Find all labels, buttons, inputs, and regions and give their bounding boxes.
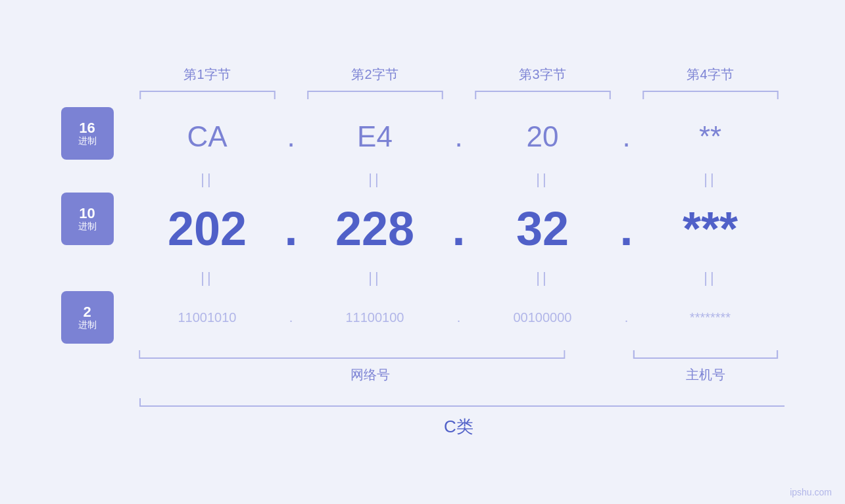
dec-dot-3: . bbox=[617, 202, 637, 256]
bin-val-2: 11100100 bbox=[301, 310, 449, 325]
eq2-4: || bbox=[637, 269, 785, 286]
hex-row: CA . E4 . 20 . ** bbox=[133, 107, 785, 166]
bottom-labels-row: 网络号 主机号 bbox=[133, 366, 785, 384]
bin-label: 2 进制 bbox=[61, 291, 114, 344]
col-header-4: 第4字节 bbox=[637, 66, 785, 83]
main-container: 第1字节 第2字节 第3字节 第4字节 bbox=[61, 66, 785, 438]
col-header-1: 第1字节 bbox=[133, 66, 281, 83]
top-bracket-2 bbox=[301, 89, 449, 101]
host-label: 主机号 bbox=[627, 366, 785, 384]
class-row: C类 bbox=[133, 396, 785, 438]
class-bracket-svg bbox=[133, 396, 785, 409]
eq2-2: || bbox=[301, 269, 449, 286]
eq2-3: || bbox=[469, 269, 617, 286]
hex-label: 16 进制 bbox=[61, 107, 114, 160]
eq2-1: || bbox=[133, 269, 281, 286]
bottom-brackets: 网络号 主机号 bbox=[133, 348, 785, 384]
dec-row: 202 . 228 . 32 . *** bbox=[133, 193, 785, 265]
bin-dot-3: . bbox=[617, 310, 637, 325]
hex-val-2: E4 bbox=[301, 120, 449, 153]
network-bracket bbox=[133, 348, 607, 363]
top-bracket-1 bbox=[133, 89, 281, 101]
hex-val-1: CA bbox=[133, 120, 281, 153]
dec-dot-2: . bbox=[449, 202, 469, 256]
hex-dot-3: . bbox=[617, 120, 637, 153]
eq1-2: || bbox=[301, 171, 449, 188]
bottom-bracket-row bbox=[133, 348, 785, 363]
eq1-1: || bbox=[133, 171, 281, 188]
bin-dot-1: . bbox=[281, 310, 301, 325]
equals-row-1: || || || || bbox=[133, 166, 785, 193]
equals-row-2: || || || || bbox=[133, 265, 785, 291]
top-brackets bbox=[133, 89, 785, 101]
dec-val-2: 228 bbox=[301, 202, 449, 256]
watermark: ipshu.com bbox=[790, 487, 832, 497]
top-bracket-4 bbox=[637, 89, 785, 101]
col-header-2: 第2字节 bbox=[301, 66, 449, 83]
hex-dot-1: . bbox=[281, 120, 301, 153]
eq1-3: || bbox=[469, 171, 617, 188]
dec-dot-1: . bbox=[281, 202, 301, 256]
host-bracket bbox=[627, 348, 785, 363]
dec-val-3: 32 bbox=[469, 202, 617, 256]
hex-dot-2: . bbox=[449, 120, 469, 153]
bin-row: 11001010 . 11100100 . 00100000 . *******… bbox=[133, 291, 785, 344]
bin-dot-2: . bbox=[449, 310, 469, 325]
top-bracket-3 bbox=[469, 89, 617, 101]
dec-val-1: 202 bbox=[133, 202, 281, 256]
dec-label: 10 进制 bbox=[61, 193, 114, 245]
column-headers: 第1字节 第2字节 第3字节 第4字节 bbox=[133, 66, 785, 83]
hex-val-3: 20 bbox=[469, 120, 617, 153]
eq1-4: || bbox=[637, 171, 785, 188]
network-label: 网络号 bbox=[133, 366, 607, 384]
class-label: C类 bbox=[133, 415, 785, 438]
bin-val-4: ******** bbox=[637, 310, 785, 325]
bin-val-3: 00100000 bbox=[469, 310, 617, 325]
bin-val-1: 11001010 bbox=[133, 310, 281, 325]
col-header-3: 第3字节 bbox=[469, 66, 617, 83]
hex-val-4: ** bbox=[637, 120, 785, 153]
dec-val-4: *** bbox=[637, 202, 785, 256]
